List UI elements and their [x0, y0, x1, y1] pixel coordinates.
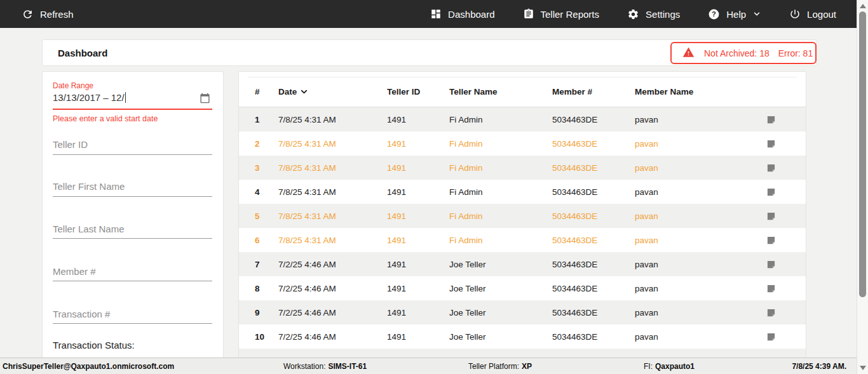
row-number: 11 [255, 349, 275, 357]
table-header-row: # Date Teller ID Teller Name Member # Me… [239, 77, 806, 107]
date-range-label: Date Range [53, 81, 93, 90]
app-window: Refresh Dashboard Teller Reports Sett [0, 0, 868, 374]
row-member-name: pavan [635, 156, 762, 180]
note-icon[interactable] [766, 228, 785, 252]
row-number: 3 [255, 156, 275, 180]
table-row[interactable]: 9 7/2/25 4:46 AM 1491 Joe Teller 5034463… [239, 300, 806, 324]
help-icon: ? [708, 8, 720, 20]
row-member-name: pavan [635, 252, 762, 276]
logged-in-user: ChrisSuperTeller@Qaxpauto1.onmicrosoft.c… [3, 358, 174, 374]
nav-item-help[interactable]: ? Help [708, 8, 761, 20]
table-row[interactable]: 10 7/2/25 4:46 AM 1491 Joe Teller 503446… [239, 324, 806, 349]
nav-item-settings[interactable]: Settings [627, 8, 680, 20]
transaction-number-input[interactable]: Transaction # [53, 309, 110, 319]
power-icon [789, 8, 801, 20]
table-body: 1 7/8/25 4:31 AM 1491 Fi Admin 5034463DE… [239, 107, 806, 357]
note-icon[interactable] [766, 300, 785, 324]
date-range-error: Please enter a valid start date [53, 114, 158, 123]
note-icon[interactable] [766, 349, 785, 357]
nav-item-teller-reports[interactable]: Teller Reports [523, 8, 600, 20]
row-member-number: 5034463DE [552, 107, 632, 131]
row-member-number: 5034463DE [552, 276, 632, 300]
row-date: 7/2/25 4:46 AM [278, 276, 383, 300]
note-icon[interactable] [766, 324, 785, 349]
nav-item-logout[interactable]: Logout [789, 8, 836, 20]
column-header-teller-name[interactable]: Teller Name [449, 77, 548, 107]
table-row[interactable]: 8 7/2/25 4:46 AM 1491 Joe Teller 5034463… [239, 276, 806, 300]
teller-last-name-underline [53, 238, 212, 239]
note-icon[interactable] [766, 204, 785, 228]
row-date: 7/8/25 4:31 AM [278, 180, 383, 204]
note-icon[interactable] [766, 180, 785, 204]
note-icon[interactable] [766, 107, 785, 131]
member-number-input[interactable]: Member # [53, 266, 96, 277]
row-member-number: 5034463DE [552, 180, 632, 204]
table-row[interactable]: 3 7/8/25 4:31 AM 1491 Fi Admin 5034463DE… [239, 156, 806, 180]
teller-last-name-input[interactable]: Teller Last Name [53, 224, 125, 234]
row-number: 10 [255, 324, 275, 349]
nav-item-dashboard[interactable]: Dashboard [430, 8, 494, 20]
row-date: 7/2/25 4:46 AM [278, 252, 383, 276]
row-number: 8 [255, 276, 275, 300]
teller-id-input[interactable]: Teller ID [53, 139, 88, 150]
note-icon[interactable] [766, 131, 785, 156]
row-teller-id: 1491 [387, 180, 447, 204]
teller-first-name-input[interactable]: Teller First Name [53, 181, 125, 192]
row-teller-name: Joe Teller [449, 324, 548, 349]
transaction-number-underline [53, 323, 212, 324]
row-teller-name: Fi Admin [449, 228, 548, 252]
row-member-name: pavan [635, 349, 762, 357]
date-range-input[interactable]: 13/13/2017 – 12/ [53, 92, 126, 103]
column-header-date[interactable]: Date [278, 77, 383, 107]
dashboard-grid-icon [430, 8, 442, 20]
archive-status-badge[interactable]: Not Archived: 18 Error: 81 [670, 42, 817, 64]
table-row[interactable]: 5 7/8/25 4:31 AM 1491 Fi Admin 5034463DE… [239, 204, 806, 228]
table-row[interactable]: 6 7/8/25 4:31 AM 1491 Fi Admin 5034463DE… [239, 228, 806, 252]
table-row[interactable]: 4 7/8/25 4:31 AM 1491 Fi Admin 5034463DE… [239, 180, 806, 204]
note-icon[interactable] [766, 156, 785, 180]
row-teller-id: 1491 [387, 324, 447, 349]
row-member-number: 5034463DE [552, 252, 632, 276]
transactions-table: # Date Teller ID Teller Name Member # Me… [238, 71, 806, 357]
row-number: 5 [255, 204, 275, 228]
scroll-down-arrow-icon[interactable] [860, 366, 866, 370]
refresh-icon [22, 8, 34, 20]
table-row[interactable]: 7 7/2/25 4:46 AM 1491 Joe Teller 5034463… [239, 252, 806, 276]
member-number-underline [53, 281, 212, 281]
table-row[interactable]: 1 7/8/25 4:31 AM 1491 Fi Admin 5034463DE… [239, 107, 806, 131]
column-header-number[interactable]: # [255, 77, 275, 107]
row-number: 1 [255, 107, 275, 131]
row-member-name: pavan [635, 300, 762, 324]
table-row[interactable]: 11 7/2/25 4:46 AM 1491 Joe Teller 503446… [239, 349, 806, 357]
status-timestamp: 7/8/25 4:39 AM. [792, 358, 846, 374]
note-icon[interactable] [766, 276, 785, 300]
row-member-name: pavan [635, 276, 762, 300]
teller-platform-info: Teller Platform:XP [468, 358, 532, 374]
scrollbar-thumb[interactable] [859, 11, 866, 297]
row-member-number: 5034463DE [552, 228, 632, 252]
row-teller-id: 1491 [387, 349, 447, 357]
row-date: 7/2/25 4:46 AM [278, 300, 383, 324]
row-member-name: pavan [635, 228, 762, 252]
scroll-up-arrow-icon[interactable] [860, 4, 866, 8]
transaction-status-label: Transaction Status: [53, 340, 135, 351]
column-header-member-number[interactable]: Member # [552, 77, 632, 107]
vertical-scrollbar[interactable] [857, 0, 868, 374]
table-row[interactable]: 2 7/8/25 4:31 AM 1491 Fi Admin 5034463DE… [239, 131, 806, 156]
row-number: 9 [255, 300, 275, 324]
teller-id-underline [53, 154, 212, 155]
row-teller-name: Fi Admin [449, 156, 548, 180]
row-teller-name: Joe Teller [449, 349, 548, 357]
row-teller-name: Joe Teller [449, 252, 548, 276]
refresh-button[interactable]: Refresh [22, 8, 74, 20]
row-member-name: pavan [635, 204, 762, 228]
calendar-icon[interactable] [200, 93, 210, 106]
column-header-member-name[interactable]: Member Name [635, 77, 762, 107]
note-icon[interactable] [766, 252, 785, 276]
row-teller-id: 1491 [387, 276, 447, 300]
row-date: 7/8/25 4:31 AM [278, 131, 383, 156]
column-header-teller-id[interactable]: Teller ID [387, 77, 447, 107]
row-date: 7/2/25 4:46 AM [278, 324, 383, 349]
row-teller-id: 1491 [387, 228, 447, 252]
row-member-number: 5034463DE [552, 204, 632, 228]
